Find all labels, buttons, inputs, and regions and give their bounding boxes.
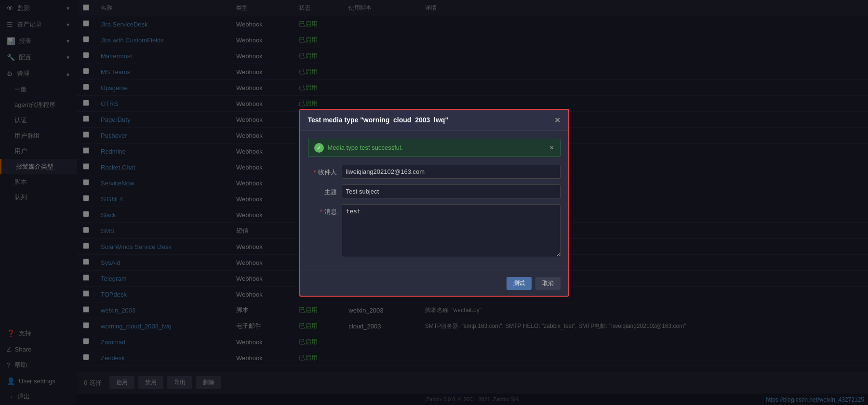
success-text: Media type test successful. [328,144,403,151]
modal-header: Test media type "worning_cloud_2003_lwq"… [300,110,568,131]
subject-input[interactable] [342,184,561,198]
recipient-input[interactable] [342,165,561,179]
subject-row: 主题 [308,184,561,198]
modal-overlay: Test media type "worning_cloud_2003_lwq"… [0,0,868,405]
message-textarea[interactable]: test [342,204,561,257]
test-media-modal: Test media type "worning_cloud_2003_lwq"… [299,109,569,297]
modal-footer: 测试 取消 [300,271,568,296]
recipient-row: 收件人 [308,165,561,179]
success-icon: ✓ [314,143,324,153]
message-label: 消息 [308,204,337,216]
banner-close-button[interactable]: ✕ [549,144,554,151]
message-row: 消息 test [308,204,561,257]
modal-title: Test media type "worning_cloud_2003_lwq" [308,116,449,124]
cancel-button[interactable]: 取消 [535,277,561,290]
success-banner: ✓ Media type test successful. ✕ [308,139,561,157]
recipient-label: 收件人 [308,165,337,177]
test-button[interactable]: 测试 [507,277,532,290]
subject-label: 主题 [308,184,337,196]
modal-close-button[interactable]: ✕ [554,116,561,125]
modal-body: ✓ Media type test successful. ✕ 收件人 主题 消… [300,131,568,271]
